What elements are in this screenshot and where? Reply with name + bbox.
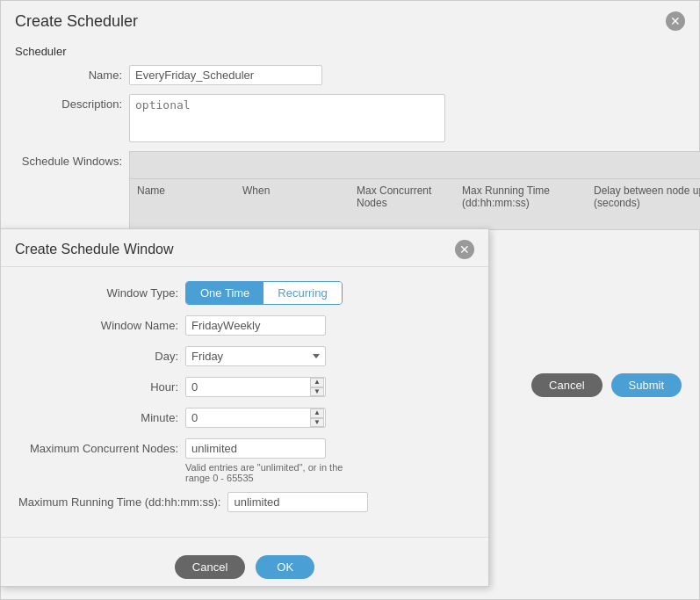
window-type-toggle: One Time Recurring <box>185 281 343 305</box>
description-row: Description: <box>15 94 685 142</box>
minute-row: Minute: ▲ ▼ <box>18 408 471 428</box>
window-name-input[interactable] <box>185 315 326 336</box>
max-concurrent-label: Maximum Concurrent Nodes: <box>18 442 185 455</box>
outer-actions: Cancel Submit <box>531 373 682 397</box>
outer-dialog-body: Scheduler Name: Description: Schedule Wi… <box>1 38 699 253</box>
window-name-row: Window Name: <box>18 315 471 336</box>
max-concurrent-input[interactable] <box>185 438 326 459</box>
hour-up-button[interactable]: ▲ <box>310 378 324 387</box>
schedule-windows-box: − + Name When Max Concurrent Nodes Max R… <box>129 151 700 230</box>
outer-close-button[interactable]: ✕ <box>666 11 685 31</box>
outer-cancel-button[interactable]: Cancel <box>531 373 602 397</box>
inner-close-button[interactable]: ✕ <box>455 240 474 259</box>
description-label: Description: <box>15 94 129 111</box>
day-label: Day: <box>18 350 185 363</box>
window-name-label: Window Name: <box>18 319 185 332</box>
description-textarea[interactable] <box>129 94 445 142</box>
recurring-button[interactable]: Recurring <box>263 282 341 304</box>
minute-spinner: ▲ ▼ <box>185 408 326 428</box>
window-type-label: Window Type: <box>18 286 185 300</box>
inner-actions: Cancel OK <box>1 545 488 586</box>
name-row: Name: <box>15 65 685 85</box>
minute-label: Minute: <box>18 411 185 424</box>
hour-down-button[interactable]: ▼ <box>310 387 324 397</box>
schedule-windows-toolbar: − + <box>130 152 700 179</box>
max-running-row: Maximum Running Time (dd:hh:mm:ss): <box>18 492 471 512</box>
inner-cancel-button[interactable]: Cancel <box>175 555 245 579</box>
inner-dialog-header: Create Schedule Window ✕ <box>1 229 488 267</box>
col-name: Name <box>137 184 242 209</box>
max-running-label: Maximum Running Time (dd:hh:mm:ss): <box>18 495 227 509</box>
max-concurrent-help: Valid entries are "unlimited", or in the… <box>185 462 361 483</box>
hour-row: Hour: ▲ ▼ <box>18 377 471 397</box>
col-when: When <box>242 184 357 209</box>
inner-close-icon: ✕ <box>459 243 470 256</box>
minute-input[interactable] <box>185 408 326 428</box>
one-time-button[interactable]: One Time <box>186 282 263 304</box>
hour-spinner: ▲ ▼ <box>185 377 326 397</box>
outer-dialog-header: Create Scheduler ✕ <box>1 1 699 38</box>
col-max-running: Max Running Time (dd:hh:mm:ss) <box>462 184 594 209</box>
max-running-input[interactable] <box>227 492 368 512</box>
day-select[interactable]: Sunday Monday Tuesday Wednesday Thursday… <box>185 346 326 366</box>
scheduler-section-label: Scheduler <box>15 45 685 58</box>
table-header: Name When Max Concurrent Nodes Max Runni… <box>130 179 700 214</box>
minute-up-button[interactable]: ▲ <box>310 408 324 418</box>
day-row: Day: Sunday Monday Tuesday Wednesday Thu… <box>18 346 471 366</box>
minute-down-button[interactable]: ▼ <box>310 418 324 428</box>
schedule-windows-section: Schedule Windows: − + Name When Max Conc… <box>15 151 685 230</box>
inner-dialog: Create Schedule Window ✕ Window Type: On… <box>0 228 489 587</box>
window-type-row: Window Type: One Time Recurring <box>18 281 471 305</box>
outer-submit-button[interactable]: Submit <box>611 373 682 397</box>
inner-dialog-title: Create Schedule Window <box>15 242 174 257</box>
col-delay: Delay between node upgrades (seconds) <box>594 184 700 209</box>
inner-dialog-divider <box>1 537 488 538</box>
outer-dialog-title: Create Scheduler <box>15 12 138 31</box>
col-max-concurrent: Max Concurrent Nodes <box>357 184 462 209</box>
inner-dialog-body: Window Type: One Time Recurring Window N… <box>1 267 488 537</box>
outer-close-icon: ✕ <box>670 15 681 27</box>
hour-label: Hour: <box>18 380 185 394</box>
inner-ok-button[interactable]: OK <box>256 555 314 579</box>
name-label: Name: <box>15 65 129 82</box>
name-input[interactable] <box>129 65 322 85</box>
schedule-windows-label: Schedule Windows: <box>15 151 129 168</box>
hour-input[interactable] <box>185 377 326 397</box>
max-concurrent-row: Maximum Concurrent Nodes: <box>18 438 471 459</box>
